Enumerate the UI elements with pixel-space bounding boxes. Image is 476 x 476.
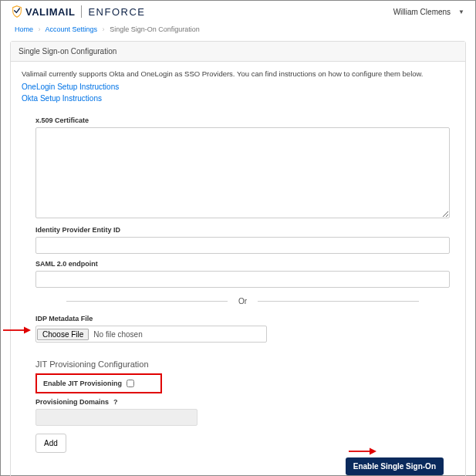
onelogin-instructions-link[interactable]: OneLogin Setup Instructions xyxy=(22,83,454,91)
intro-text: Valimail currently supports Okta and One… xyxy=(22,69,454,78)
card-body: Valimail currently supports Okta and One… xyxy=(11,62,465,476)
breadcrumb-home[interactable]: Home xyxy=(15,25,33,33)
entity-id-label: Identity Provider Entity ID xyxy=(35,226,450,234)
or-divider: Or xyxy=(66,297,419,306)
jit-highlight: Enable JIT Provisioning xyxy=(35,373,162,393)
or-text: Or xyxy=(238,297,247,306)
entity-id-input[interactable] xyxy=(35,237,450,254)
okta-instructions-link[interactable]: Okta Setup Instructions xyxy=(22,94,454,103)
enable-jit-checkbox[interactable] xyxy=(127,380,134,387)
add-domain-button[interactable]: Add xyxy=(35,434,66,453)
brand-divider xyxy=(81,5,82,18)
prov-domains-input[interactable] xyxy=(35,409,197,426)
breadcrumb-separator: › xyxy=(103,25,105,33)
prov-domains-row: Provisioning Domains ? xyxy=(35,398,450,406)
divider-line xyxy=(258,301,419,302)
config-card: Single Sign-on Configuration Valimail cu… xyxy=(10,41,466,476)
file-input-group: Choose File No file chosen xyxy=(35,326,267,343)
form-section: x.509 Certificate Identity Provider Enti… xyxy=(22,106,454,453)
prov-domains-label: Provisioning Domains xyxy=(35,398,109,406)
app-header: VALIMAIL ENFORCE William Clemens ▼ xyxy=(1,1,475,21)
x509-textarea[interactable] xyxy=(35,127,450,218)
app-frame: VALIMAIL ENFORCE William Clemens ▼ Home … xyxy=(0,0,476,476)
no-file-text: No file chosen xyxy=(93,330,142,339)
jit-section-title: JIT Provisioning Configuration xyxy=(35,360,450,369)
saml-endpoint-input[interactable] xyxy=(35,271,450,288)
x509-label: x.509 Certificate xyxy=(35,116,450,124)
brand-name: VALIMAIL xyxy=(25,6,75,18)
chevron-down-icon: ▼ xyxy=(458,8,464,15)
enable-jit-label: Enable JIT Provisioning xyxy=(43,380,122,387)
enable-sso-button[interactable]: Enable Single Sign-On xyxy=(346,457,444,475)
saml-endpoint-label: SAML 2.0 endpoint xyxy=(35,260,450,268)
brand: VALIMAIL ENFORCE xyxy=(12,5,145,18)
shield-icon xyxy=(12,5,22,18)
help-icon[interactable]: ? xyxy=(113,398,118,406)
idp-metadata-label: IDP Metadata File xyxy=(35,315,450,322)
divider-line xyxy=(66,301,228,302)
jit-enable-row: Enable JIT Provisioning xyxy=(39,376,139,390)
card-title: Single Sign-on Configuration xyxy=(11,42,465,62)
breadcrumb-account-settings[interactable]: Account Settings xyxy=(46,25,98,33)
breadcrumb-separator: › xyxy=(39,25,41,33)
breadcrumb-current: Single Sign-On Configuration xyxy=(110,25,200,33)
user-name: William Clemens xyxy=(393,8,451,16)
card-footer: Enable Single Sign-On xyxy=(22,453,454,476)
user-menu[interactable]: William Clemens ▼ xyxy=(393,8,464,16)
brand-sub: ENFORCE xyxy=(88,6,145,18)
breadcrumb: Home › Account Settings › Single Sign-On… xyxy=(1,21,475,38)
choose-file-button[interactable]: Choose File xyxy=(37,329,89,340)
